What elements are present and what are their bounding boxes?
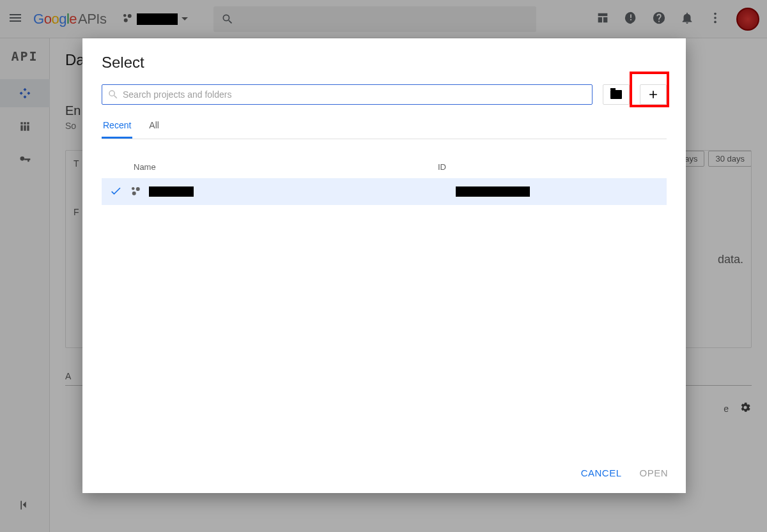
cancel-button[interactable]: CANCEL: [581, 467, 622, 478]
project-icon: [130, 185, 141, 199]
project-table-head: Name ID: [102, 162, 667, 178]
plus-icon: [647, 88, 660, 101]
project-row[interactable]: [102, 178, 667, 205]
check-icon: [109, 185, 122, 199]
col-name: Name: [134, 162, 438, 172]
dialog-actions: CANCEL OPEN: [82, 452, 686, 493]
svg-point-8: [132, 191, 136, 195]
new-project-button[interactable]: [640, 84, 667, 105]
svg-point-6: [132, 187, 135, 190]
dialog-search-row: [102, 84, 667, 105]
project-select-dialog: Select Recent All Name ID: [82, 38, 686, 493]
dialog-tabs: Recent All: [102, 120, 667, 139]
project-id-cell: [456, 186, 530, 197]
project-search[interactable]: [102, 84, 593, 105]
svg-point-7: [136, 187, 140, 191]
search-icon: [107, 89, 119, 100]
col-id: ID: [438, 162, 659, 172]
project-id-redacted: [456, 186, 530, 197]
tab-all[interactable]: All: [148, 120, 160, 139]
open-button[interactable]: OPEN: [639, 467, 668, 478]
folder-settings-button[interactable]: [603, 84, 630, 105]
project-name-redacted: [149, 186, 194, 197]
folder-gear-icon: [610, 90, 622, 99]
tab-recent[interactable]: Recent: [102, 120, 132, 139]
dialog-title: Select: [102, 54, 667, 72]
project-search-input[interactable]: [123, 89, 587, 100]
